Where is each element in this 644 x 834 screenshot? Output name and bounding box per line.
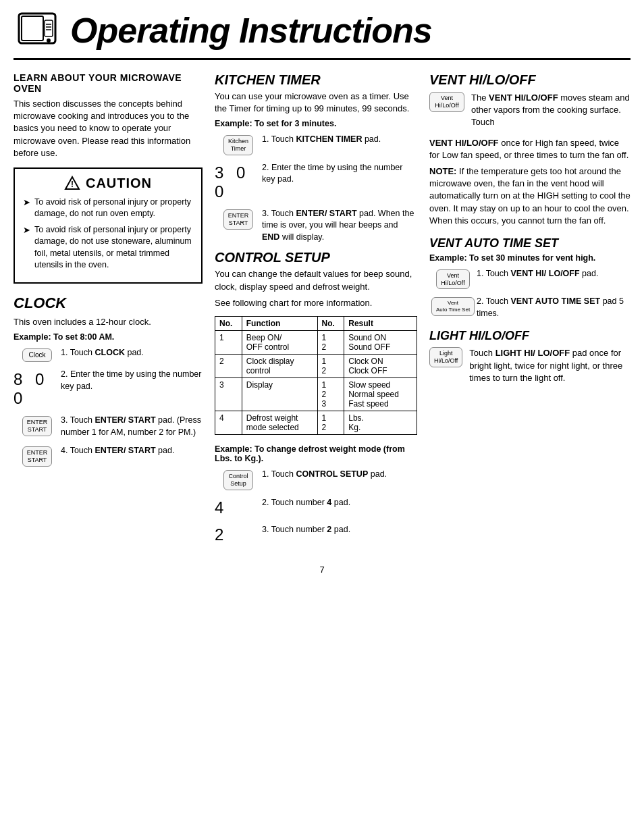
light-pad-icon: LightHi/Lo/Off: [429, 347, 462, 367]
enter-start-icon-1: ENTERSTART: [14, 415, 61, 436]
table-cell-result-1: Sound ONSound OFF: [344, 331, 417, 355]
column-2: KITCHEN TIMER You can use your microwave…: [215, 72, 417, 551]
caution-item-1: ➤ To avoid risk of personal injury or pr…: [23, 197, 193, 220]
kitchen-timer-pad-icon: KitchenTimer: [215, 134, 262, 155]
content-columns: LEARN ABOUT YOUR MICROWAVE OVEN This sec…: [14, 72, 630, 551]
vent-intro: VentHi/Lo/Off The VENT HI/LO/OFF moves s…: [429, 92, 630, 133]
table-cell-func-1: Beep ON/OFF control: [242, 331, 317, 355]
table-row-4: 4 Defrost weightmode selected 12 Lbs.Kg.: [215, 411, 417, 435]
svg-point-3: [47, 38, 51, 43]
table-cell-nos-2: 12: [317, 355, 344, 378]
kitchen-timer-button: KitchenTimer: [223, 135, 253, 155]
table-cell-nos-4: 12: [317, 411, 344, 435]
learn-section-title: LEARN ABOUT YOUR MICROWAVE OVEN: [14, 72, 203, 94]
table-cell-result-4: Lbs.Kg.: [344, 411, 417, 435]
defrost-step-3: 2 3. Touch number 2 pad.: [215, 524, 417, 544]
table-cell-result-3: Slow speedNormal speedFast speed: [344, 378, 417, 411]
caution-box: ! CAUTION ➤ To avoid risk of personal in…: [14, 167, 203, 284]
page-header: Operating Instructions: [14, 7, 630, 60]
clock-step-1-text: 1. Touch CLOCK pad.: [61, 347, 203, 359]
svg-rect-2: [45, 20, 53, 36]
kitchen-example-label: Example: To set for 3 minutes.: [215, 119, 417, 128]
clock-step-3: ENTERSTART 3. Touch ENTER/ START pad. (P…: [14, 415, 203, 438]
vent-hilo-button-auto: VentHi/Lo/Off: [436, 269, 469, 290]
svg-text:!: !: [71, 180, 74, 189]
light-content: LightHi/Lo/Off Touch LIGHT HI/ LO/OFF pa…: [429, 347, 630, 388]
vent-auto-step-1-text: 1. Touch VENT HI/ LO/OFF pad.: [477, 268, 630, 280]
kitchen-digits: 3 0 0: [215, 162, 262, 201]
enter-start-icon-kt: ENTERSTART: [215, 208, 262, 230]
caution-text-2: To avoid risk of personal injury or prop…: [34, 224, 193, 271]
defrost-step-1-text: 1. Touch CONTROL SETUP pad.: [262, 469, 417, 481]
clock-step-2: 8 0 0 2. Enter the time by using the num…: [14, 369, 203, 408]
column-1: LEARN ABOUT YOUR MICROWAVE OVEN This sec…: [14, 72, 203, 551]
vent-note: NOTE: If the temperature gets too hot ar…: [429, 165, 630, 227]
caution-header: ! CAUTION: [23, 176, 193, 191]
vent-auto-step-2: VentAuto Time Set 2. Touch VENT AUTO TIM…: [429, 296, 630, 319]
vent-pad-icon: VentHi/Lo/Off: [429, 92, 464, 112]
svg-rect-0: [19, 14, 55, 43]
table-cell-func-4: Defrost weightmode selected: [242, 411, 317, 435]
clock-step-3-text: 3. Touch ENTER/ START pad. (Press number…: [61, 415, 203, 438]
enter-start-button-1: ENTERSTART: [22, 416, 53, 436]
table-row-2: 2 Clock displaycontrol 12 Clock ONClock …: [215, 355, 417, 378]
microwave-book-icon: [14, 7, 61, 54]
table-cell-no-4: 4: [215, 411, 242, 435]
vent-title: VENT HI/LO/OFF: [429, 72, 630, 88]
table-cell-no-1: 1: [215, 331, 242, 355]
caution-title: CAUTION: [86, 176, 152, 191]
learn-body: This section discusses the concepts behi…: [14, 98, 203, 159]
enter-start-icon-2: ENTERSTART: [14, 445, 61, 467]
defrost-step-3-text: 3. Touch number 2 pad.: [262, 524, 417, 536]
control-setup-button: ControlSetup: [223, 470, 253, 490]
kitchen-step-3: ENTERSTART 3. Touch ENTER/ START pad. Wh…: [215, 208, 417, 244]
table-cell-func-3: Display: [242, 378, 317, 411]
clock-digits: 8 0 0: [14, 369, 61, 408]
table-header-no1: No.: [215, 317, 242, 331]
page-title: Operating Instructions: [70, 13, 432, 48]
clock-step-4: ENTERSTART 4. Touch ENTER/ START pad.: [14, 445, 203, 467]
vent-auto-section: VENT AUTO TIME SET Example: To set 30 mi…: [429, 236, 630, 320]
vent-body-2: VENT HI/LO/OFF once for High fan speed, …: [429, 137, 630, 161]
clock-section: Clock This oven includes a 12-hour clock…: [14, 294, 203, 467]
clock-step-4-text: 4. Touch ENTER/ START pad.: [61, 445, 203, 457]
kitchen-step-2: 3 0 0 2. Enter the time by using the num…: [215, 162, 417, 201]
kitchen-step-1: KitchenTimer 1. Touch KITCHEN TIMER pad.: [215, 134, 417, 155]
light-title: LIGHT HI/LO/OFF: [429, 329, 630, 343]
vent-auto-time-set-icon: VentAuto Time Set: [429, 296, 477, 315]
vent-section: VENT HI/LO/OFF VentHi/Lo/Off The VENT HI…: [429, 72, 630, 227]
clock-step-1: Clock 1. Touch CLOCK pad.: [14, 347, 203, 362]
vent-auto-step-1: VentHi/Lo/Off 1. Touch VENT HI/ LO/OFF p…: [429, 268, 630, 290]
table-header-function: Function: [242, 317, 317, 331]
light-hilo-button: LightHi/Lo/Off: [429, 347, 462, 367]
table-cell-nos-3: 123: [317, 378, 344, 411]
vent-auto-example-label: Example: To set 30 minutes for vent high…: [429, 253, 630, 263]
vent-hilo-icon-auto: VentHi/Lo/Off: [429, 268, 477, 290]
table-row-1: 1 Beep ON/OFF control 12 Sound ONSound O…: [215, 331, 417, 355]
table-cell-nos-1: 12: [317, 331, 344, 355]
kitchen-step-3-text: 3. Touch ENTER/ START pad. When the time…: [262, 208, 417, 244]
kitchen-timer-body: You can use your microwave oven as a tim…: [215, 90, 417, 115]
vent-auto-step-2-text: 2. Touch VENT AUTO TIME SET pad 5 times.: [477, 296, 630, 319]
clock-pad-icon: Clock: [14, 347, 61, 362]
defrost-example-label: Example: To change defrost weight mode (…: [215, 444, 417, 463]
defrost-digit-4: 4: [215, 497, 262, 517]
warning-triangle-icon: !: [64, 176, 80, 190]
svg-rect-1: [22, 16, 43, 41]
clock-body: This oven includes a 12-hour clock.: [14, 316, 203, 328]
light-body: Touch LIGHT HI/ LO/OFF pad once for brig…: [469, 347, 630, 384]
table-cell-func-2: Clock displaycontrol: [242, 355, 317, 378]
control-setup-section: CONTROL SETUP You can change the default…: [215, 250, 417, 544]
control-setup-pad-icon: ControlSetup: [215, 469, 262, 490]
table-header-result: Result: [344, 317, 417, 331]
column-3: VENT HI/LO/OFF VentHi/Lo/Off The VENT HI…: [429, 72, 630, 551]
vent-auto-title: VENT AUTO TIME SET: [429, 236, 630, 251]
caution-arrow-icon-2: ➤: [23, 224, 30, 236]
control-setup-note: See following chart for more information…: [215, 297, 417, 309]
table-header-no2: No.: [317, 317, 344, 331]
page-number: 7: [14, 565, 630, 575]
defrost-step-1: ControlSetup 1. Touch CONTROL SETUP pad.: [215, 469, 417, 490]
kitchen-step-2-text: 2. Enter the time by using the number ke…: [262, 162, 417, 186]
enter-start-button-kt: ENTERSTART: [223, 209, 254, 230]
clock-example-label: Example: To set 8:00 AM.: [14, 332, 203, 342]
